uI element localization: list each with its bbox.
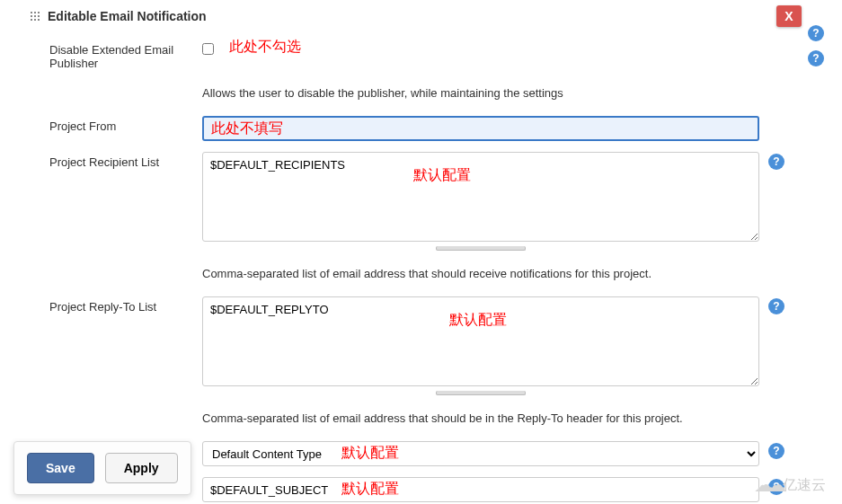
cloud-icon: ☁☁ (754, 473, 779, 497)
footer-button-bar: Save Apply (13, 441, 191, 495)
annotation: 此处不勾选 (229, 38, 301, 57)
apply-button[interactable]: Apply (105, 453, 178, 483)
disable-publisher-description: Allows the user to disable the publisher… (202, 86, 759, 100)
help-icon[interactable]: ? (768, 298, 784, 314)
recipient-list-textarea[interactable]: $DEFAULT_RECIPIENTS (202, 152, 759, 242)
resize-handle[interactable] (436, 246, 526, 251)
content-type-select[interactable]: Default Content Type (202, 441, 759, 466)
replyto-list-description: Comma-separated list of email address th… (202, 411, 759, 425)
watermark-text: 亿速云 (783, 476, 826, 495)
help-icon[interactable]: ? (768, 443, 784, 459)
drag-handle-icon[interactable] (30, 11, 40, 22)
replyto-list-label: Project Reply-To List (13, 296, 202, 314)
recipient-list-label: Project Recipient List (13, 152, 202, 169)
disable-publisher-checkbox[interactable] (202, 43, 214, 55)
project-from-label: Project From (13, 116, 202, 133)
default-subject-input[interactable] (202, 477, 759, 502)
watermark: ☁☁ 亿速云 (754, 473, 826, 497)
section-title: Editable Email Notification (48, 9, 207, 23)
replyto-list-textarea[interactable]: $DEFAULT_REPLYTO (202, 296, 759, 386)
project-from-input[interactable] (202, 116, 759, 141)
help-icon[interactable]: ? (768, 154, 784, 170)
close-button[interactable]: X (776, 5, 802, 27)
recipient-list-description: Comma-separated list of email address th… (202, 267, 759, 280)
resize-handle[interactable] (436, 391, 526, 395)
section-header: Editable Email Notification (13, 0, 829, 34)
disable-publisher-label: Disable Extended Email Publisher (13, 40, 202, 70)
save-button[interactable]: Save (27, 453, 94, 483)
